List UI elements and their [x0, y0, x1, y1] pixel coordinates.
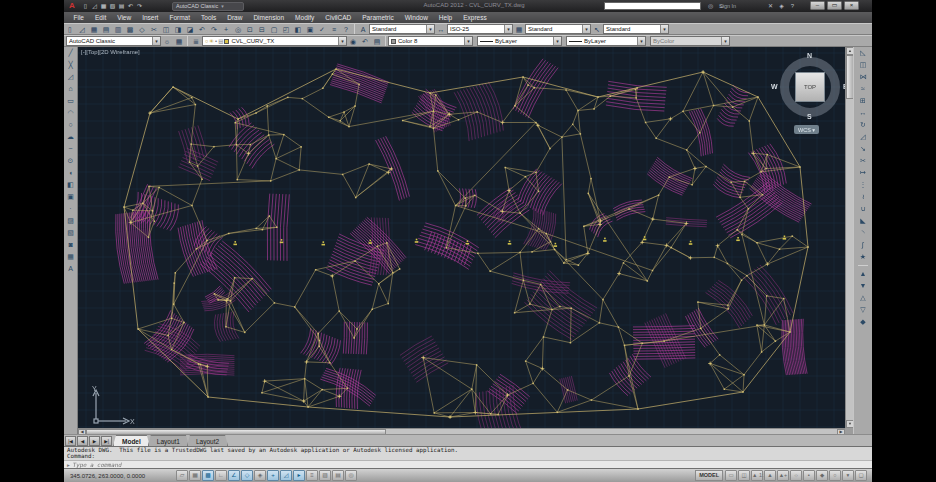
save-workspace-icon[interactable]: ▦ — [173, 36, 185, 46]
bring-to-front-button[interactable]: ▲ — [857, 268, 869, 280]
linetype-select[interactable]: ByLayer▾ — [477, 36, 562, 46]
close-button[interactable]: × — [844, 1, 859, 10]
sheetset-manager-button[interactable]: ▣ — [304, 24, 316, 34]
qat-undo-icon[interactable]: ↶ — [126, 1, 135, 11]
polygon-button[interactable]: ⌂ — [65, 83, 77, 95]
menu-dimension[interactable]: Dimension — [248, 12, 290, 23]
layer-previous-icon[interactable]: ↶ — [359, 36, 371, 46]
rotate-button[interactable]: ↻ — [857, 119, 869, 131]
move-button[interactable]: ↔ — [857, 107, 869, 119]
menu-view[interactable]: View — [112, 12, 137, 23]
quick-view-layouts-button[interactable]: ▭ — [725, 470, 737, 481]
layer-select[interactable]: ○ ☀ ▪ ▤ CVL_CURV_TX▾ — [202, 36, 347, 46]
tab-first-button[interactable]: |◀ — [65, 436, 76, 446]
annotation-scale-button[interactable]: ▲ 1:1 — [751, 470, 763, 481]
restore-button[interactable]: ▭ — [827, 1, 842, 10]
erase-button[interactable]: ◺ — [857, 47, 869, 59]
annotation-autoscale-button[interactable]: ▲+ — [777, 470, 789, 481]
gradient-button[interactable]: ▧ — [65, 227, 77, 239]
mleader-style-select[interactable]: Standard▾ — [603, 24, 669, 34]
open-button[interactable]: ◿ — [76, 24, 88, 34]
menu-format[interactable]: Format — [164, 12, 196, 23]
help-icon[interactable]: ? — [788, 1, 797, 11]
3d-object-snap-toggle[interactable]: ◈ — [254, 470, 266, 481]
markup-set-manager-button[interactable]: ✓ — [316, 24, 328, 34]
model-space-button[interactable]: MODEL — [695, 470, 723, 481]
stretch-button[interactable]: ↘ — [857, 143, 869, 155]
draworder-annotations-button[interactable]: ◆ — [857, 316, 869, 328]
search-binoculars-icon[interactable]: ◎ — [706, 1, 715, 11]
viewcube[interactable]: N S W E TOP WCS ▾ — [774, 55, 846, 137]
autocad-logo-icon[interactable]: A — [67, 1, 77, 11]
infer-constraints-toggle[interactable]: ▱ — [176, 470, 188, 481]
qat-plot-icon[interactable]: ▤ — [117, 1, 126, 11]
table-style-icon[interactable]: ▦ — [513, 24, 525, 34]
tool-palettes-button[interactable]: ◧ — [292, 24, 304, 34]
send-to-back-button[interactable]: ▼ — [857, 280, 869, 292]
3d-dwf-button[interactable]: ◇ — [136, 24, 148, 34]
workspace-pill[interactable]: AutoCAD Classic ▾ — [172, 2, 244, 11]
workspace-settings-icon[interactable]: ☼ — [161, 36, 173, 46]
break-button[interactable]: ≀ — [857, 191, 869, 203]
chamfer-button[interactable]: ◣ — [857, 215, 869, 227]
match-properties-button[interactable]: ◪ — [184, 24, 196, 34]
menu-tools[interactable]: Tools — [196, 12, 222, 23]
zoom-previous-button[interactable]: ⊟ — [256, 24, 268, 34]
object-snap-toggle[interactable]: ◇ — [241, 470, 253, 481]
plot-preview-button[interactable]: ▥ — [112, 24, 124, 34]
menu-civilcad[interactable]: CivilCAD — [320, 12, 357, 23]
line-button[interactable]: ╱ — [65, 47, 77, 59]
object-snap-tracking-toggle[interactable]: + — [267, 470, 279, 481]
join-button[interactable]: ∪ — [857, 203, 869, 215]
drawing-canvas[interactable] — [78, 47, 845, 428]
selection-cycling-toggle[interactable]: ◎ — [345, 470, 357, 481]
minimize-button[interactable]: – — [810, 1, 825, 10]
copy-clip-button[interactable]: ◫ — [160, 24, 172, 34]
viewcube-south[interactable]: S — [807, 113, 812, 120]
properties-button[interactable]: ▢ — [268, 24, 280, 34]
hatch-button[interactable]: ▨ — [65, 215, 77, 227]
trim-button[interactable]: ✂ — [857, 155, 869, 167]
performance-button[interactable]: ◆ — [816, 470, 828, 481]
dim-style-icon[interactable]: ↔ — [435, 24, 447, 34]
mirror-button[interactable]: ⋈ — [857, 71, 869, 83]
qat-saveas-icon[interactable]: ▧ — [108, 1, 117, 11]
quick-properties-toggle[interactable]: ▤ — [332, 470, 344, 481]
mleader-style-icon[interactable]: ↖ — [591, 24, 603, 34]
revision-cloud-button[interactable]: ☁ — [65, 131, 77, 143]
exchange-apps-icon[interactable]: ✕ — [766, 1, 775, 11]
sign-in-link[interactable]: Sign In — [719, 3, 736, 9]
tab-last-button[interactable]: ▶| — [101, 436, 112, 446]
rectangle-button[interactable]: ▭ — [65, 95, 77, 107]
spline-button[interactable]: ~ — [65, 143, 77, 155]
menu-modify[interactable]: Modify — [290, 12, 320, 23]
help-button[interactable]: ? — [340, 24, 352, 34]
dim-style-select[interactable]: ISO-25▾ — [447, 24, 513, 34]
viewcube-north[interactable]: N — [807, 52, 812, 59]
wcs-menu[interactable]: WCS ▾ — [794, 125, 819, 134]
insert-block-button[interactable]: ◧ — [65, 179, 77, 191]
qnew-button[interactable]: ▯ — [64, 24, 76, 34]
menu-insert[interactable]: Insert — [137, 12, 164, 23]
qat-open-icon[interactable]: ◿ — [90, 1, 99, 11]
tab-model[interactable]: Model — [113, 435, 150, 446]
cut-button[interactable]: ✂ — [148, 24, 160, 34]
construction-line-button[interactable]: ╳ — [65, 59, 77, 71]
vertical-scrollbar[interactable]: ▲ ▼ — [845, 47, 853, 428]
menu-express[interactable]: Express — [458, 12, 492, 23]
workspace-select[interactable]: AutoCAD Classic▾ — [66, 36, 161, 46]
designcenter-button[interactable]: ◰ — [280, 24, 292, 34]
zoom-realtime-button[interactable]: ◎ — [232, 24, 244, 34]
qat-redo-icon[interactable]: ↷ — [135, 1, 144, 11]
break-at-point-button[interactable]: ⋮ — [857, 179, 869, 191]
quick-view-drawings-button[interactable]: ◫ — [738, 470, 750, 481]
dynamic-ucs-toggle[interactable]: ◿ — [280, 470, 292, 481]
array-button[interactable]: ⊞ — [857, 95, 869, 107]
make-block-button[interactable]: ▣ — [65, 191, 77, 203]
text-style-select[interactable]: Standard▾ — [369, 24, 435, 34]
grid-display-toggle[interactable]: ▩ — [202, 470, 214, 481]
menu-edit[interactable]: Edit — [89, 12, 111, 23]
extend-button[interactable]: ↦ — [857, 167, 869, 179]
bring-above-objects-button[interactable]: △ — [857, 292, 869, 304]
tab-prev-button[interactable]: ◀ — [77, 436, 88, 446]
